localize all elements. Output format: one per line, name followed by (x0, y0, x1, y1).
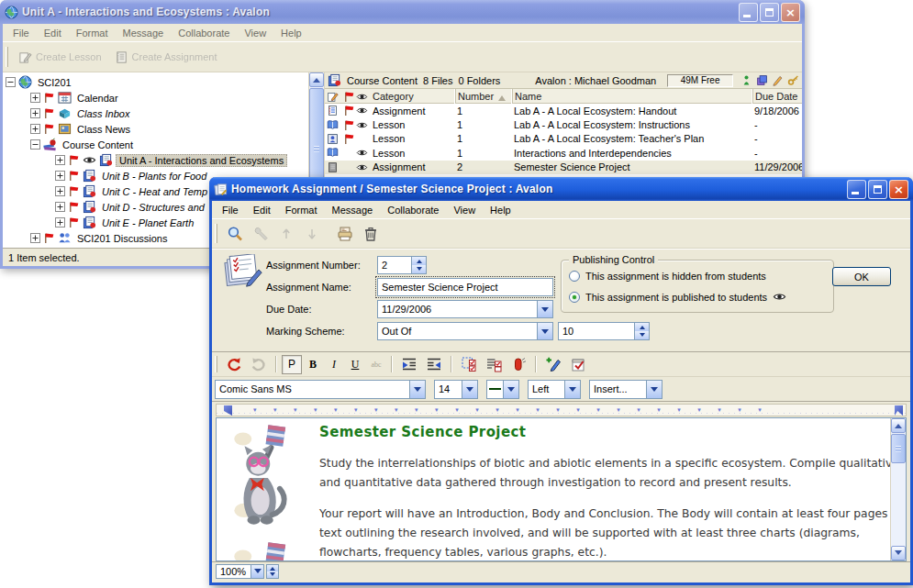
checkbox-button[interactable] (566, 355, 590, 374)
close-button[interactable]: × (889, 180, 908, 199)
chevron-down-icon[interactable] (646, 381, 662, 398)
chevron-down-icon[interactable] (564, 381, 580, 398)
layers-icon[interactable] (756, 74, 768, 86)
menu-file[interactable]: File (6, 26, 36, 40)
menu-format[interactable]: Format (70, 26, 115, 40)
expand-icon[interactable] (55, 202, 65, 212)
editor-scrollbar[interactable] (890, 418, 906, 560)
toolbar-grip[interactable] (6, 47, 8, 67)
create-lesson-button[interactable]: Create Lesson (12, 47, 108, 68)
right-margin-marker[interactable] (895, 405, 903, 416)
assignment-name-field[interactable]: Semester Science Project (377, 278, 553, 296)
expand-icon[interactable] (30, 124, 40, 134)
expand-icon[interactable] (55, 186, 65, 196)
menu-collaborate[interactable]: Collaborate (381, 203, 445, 217)
expand-icon[interactable] (30, 108, 40, 118)
chevron-down-icon[interactable] (409, 381, 425, 398)
chevron-down-icon[interactable] (251, 565, 263, 578)
hidden-option-row[interactable]: This assignment is hidden from students (569, 271, 766, 282)
expand-icon[interactable] (30, 233, 40, 243)
menu-message[interactable]: Message (117, 26, 171, 40)
italic-button[interactable]: I (324, 355, 344, 374)
published-option-row[interactable]: This assignment is published to students (569, 290, 786, 304)
number-column-header[interactable]: Number (455, 89, 512, 104)
font-color-dropdown[interactable] (486, 380, 519, 399)
ok-button[interactable]: OK (832, 267, 891, 286)
stepper-arrows[interactable] (411, 257, 426, 273)
undo-button[interactable] (222, 355, 246, 374)
edit-column-header[interactable] (325, 89, 341, 104)
menu-view[interactable]: View (238, 26, 273, 40)
zoom-dropdown[interactable]: 100% (216, 564, 264, 579)
maximize-button[interactable] (760, 3, 779, 22)
indent-button[interactable] (397, 355, 421, 374)
marking-scheme-dropdown[interactable]: Out Of (377, 322, 553, 340)
create-assignment-button[interactable]: Create Assignment (108, 47, 224, 68)
outdent-button[interactable] (422, 355, 446, 374)
font-size-dropdown[interactable]: 14 (434, 380, 478, 399)
list-row-teachers-plan[interactable]: Lesson 1 Lab A - A Local Ecosystem: Teac… (325, 132, 802, 146)
tree-item-course-content[interactable]: Course Content (3, 137, 308, 152)
delete-button[interactable] (359, 223, 383, 245)
expand-icon[interactable] (55, 155, 65, 165)
marking-capsule-button[interactable] (507, 355, 530, 374)
category-column-header[interactable]: Category (371, 89, 455, 104)
course-window-titlebar[interactable]: Unit A - Interactions and Ecosystems : A… (0, 0, 805, 24)
maximize-button[interactable] (868, 180, 887, 199)
expand-icon[interactable] (55, 217, 65, 227)
menu-collaborate[interactable]: Collaborate (172, 26, 236, 40)
menu-message[interactable]: Message (326, 203, 380, 217)
list-row-semester-project[interactable]: Assignment 2 Semester Science Project 11… (325, 161, 802, 174)
menu-help[interactable]: Help (274, 26, 308, 40)
collapse-icon[interactable] (30, 139, 40, 150)
scroll-up-button[interactable] (891, 418, 906, 433)
collapse-icon[interactable] (6, 77, 16, 87)
close-button[interactable]: × (781, 3, 800, 22)
strikethrough-button[interactable]: abc (366, 355, 386, 374)
minimize-button[interactable] (739, 3, 758, 22)
assignment-number-stepper[interactable]: 2 (377, 256, 427, 274)
person-icon[interactable] (740, 74, 752, 86)
list-row-handout[interactable]: Assignment 1 Lab A - A Local Ecosystem: … (325, 104, 802, 117)
due-date-dropdown[interactable]: 11/29/2006 (377, 300, 553, 318)
chevron-down-icon[interactable] (537, 323, 552, 339)
chevron-down-icon[interactable] (462, 381, 477, 398)
marking-value-stepper[interactable]: 10 (558, 322, 650, 340)
scroll-thumb[interactable] (891, 434, 906, 463)
toolbar-grip[interactable] (215, 356, 217, 372)
due-date-column-header[interactable]: Due Date (752, 89, 802, 104)
scroll-track[interactable] (891, 464, 906, 546)
tree-item-class-news[interactable]: Class News (3, 121, 308, 137)
question-list-button[interactable] (482, 355, 506, 374)
bold-button[interactable]: B (303, 355, 323, 374)
toolbar-grip[interactable] (215, 224, 217, 244)
minimize-button[interactable] (847, 180, 866, 199)
redo-button[interactable] (247, 355, 271, 374)
paragraph-style-button[interactable]: P (282, 355, 302, 374)
expand-icon[interactable] (30, 93, 40, 103)
zoom-stepper[interactable] (266, 564, 279, 579)
chevron-down-icon[interactable] (503, 381, 518, 398)
eye-column-header[interactable] (354, 89, 371, 104)
font-family-dropdown[interactable]: Comic Sans MS (215, 380, 426, 399)
list-row-instructions[interactable]: Lesson 1 Lab A - A Local Ecosystem: Inst… (325, 117, 802, 131)
radio-hidden[interactable] (569, 271, 580, 282)
tree-item-unit-a[interactable]: Unit A - Interactions and Ecosystems (3, 152, 308, 168)
name-column-header[interactable]: Name (512, 89, 752, 104)
tree-item-calendar[interactable]: Calendar (3, 90, 308, 105)
select-questions-button[interactable] (457, 355, 481, 374)
add-signature-button[interactable] (541, 355, 565, 374)
search-button[interactable] (223, 223, 247, 245)
scroll-down-button[interactable] (891, 546, 906, 560)
print-button[interactable] (333, 223, 357, 245)
underline-button[interactable]: U (345, 355, 365, 374)
menu-format[interactable]: Format (279, 203, 324, 217)
rich-text-editor[interactable]: Semester Science Project Study the inter… (216, 417, 907, 561)
menu-view[interactable]: View (447, 203, 482, 217)
menu-help[interactable]: Help (484, 203, 518, 217)
menu-file[interactable]: File (216, 203, 245, 217)
tree-item-class-inbox[interactable]: Class Inbox (3, 105, 308, 121)
tools-button[interactable] (249, 223, 273, 245)
menu-edit[interactable]: Edit (247, 203, 277, 217)
assignment-body[interactable]: Semester Science Project Study the inter… (319, 424, 903, 561)
